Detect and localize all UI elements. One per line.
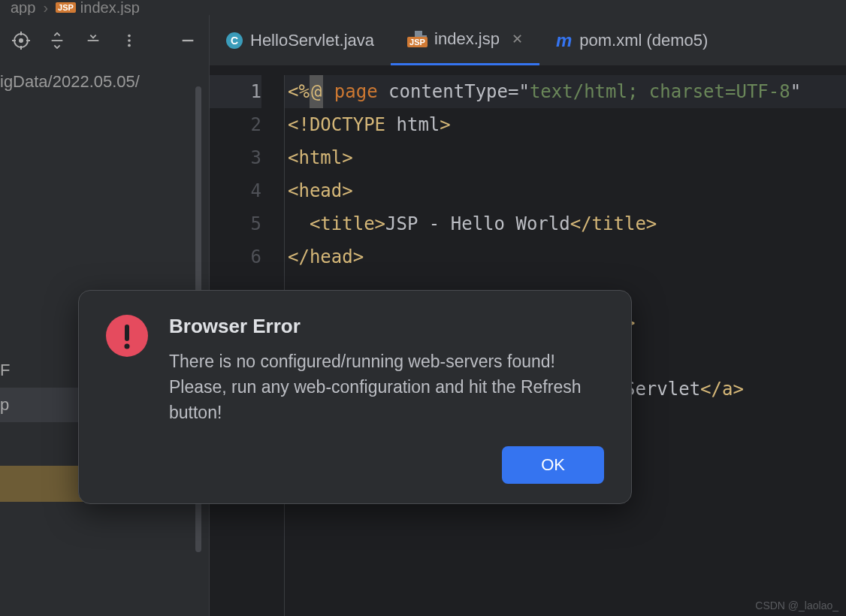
chevron-right-icon: ›	[43, 0, 48, 17]
error-icon	[106, 315, 148, 357]
dialog-title: Browser Error	[169, 315, 604, 338]
breadcrumb-file[interactable]: JSP index.jsp	[56, 0, 140, 17]
jsp-icon: JSP	[407, 31, 427, 47]
error-dialog: Browser Error There is no configured/run…	[78, 290, 632, 504]
tab-pom-xml[interactable]: m pom.xml (demo5)	[539, 15, 725, 65]
tab-helloservlet[interactable]: C HelloServlet.java	[210, 15, 391, 65]
breadcrumb-parent[interactable]: app	[11, 0, 35, 17]
class-icon: C	[226, 32, 243, 49]
tab-label: pom.xml (demo5)	[579, 31, 708, 50]
path-label: igData/2022.05.05/	[0, 66, 209, 98]
collapse-all-icon[interactable]	[84, 32, 102, 50]
more-icon[interactable]	[120, 32, 138, 50]
dialog-message: There is no configured/running web-serve…	[169, 349, 604, 425]
minimize-icon[interactable]	[179, 32, 197, 50]
editor-tabs: C HelloServlet.java JSP index.jsp ✕ m po…	[210, 15, 846, 66]
svg-point-14	[125, 344, 130, 349]
left-toolbar	[0, 15, 209, 66]
svg-point-9	[128, 39, 131, 42]
maven-icon: m	[556, 30, 572, 51]
svg-point-8	[128, 35, 131, 38]
tab-label: index.jsp	[434, 29, 500, 49]
expand-all-icon[interactable]	[48, 32, 66, 50]
breadcrumb: app › JSP index.jsp	[0, 0, 846, 15]
svg-rect-13	[125, 325, 129, 341]
watermark: CSDN @_laolao_	[755, 599, 838, 611]
svg-point-10	[128, 44, 131, 47]
svg-point-1	[20, 39, 23, 42]
jsp-icon: JSP	[56, 2, 76, 13]
ok-button[interactable]: OK	[502, 446, 604, 484]
close-icon[interactable]: ✕	[512, 31, 523, 47]
tab-label: HelloServlet.java	[250, 31, 374, 50]
tab-index-jsp[interactable]: JSP index.jsp ✕	[391, 15, 539, 65]
target-icon[interactable]	[12, 32, 30, 50]
